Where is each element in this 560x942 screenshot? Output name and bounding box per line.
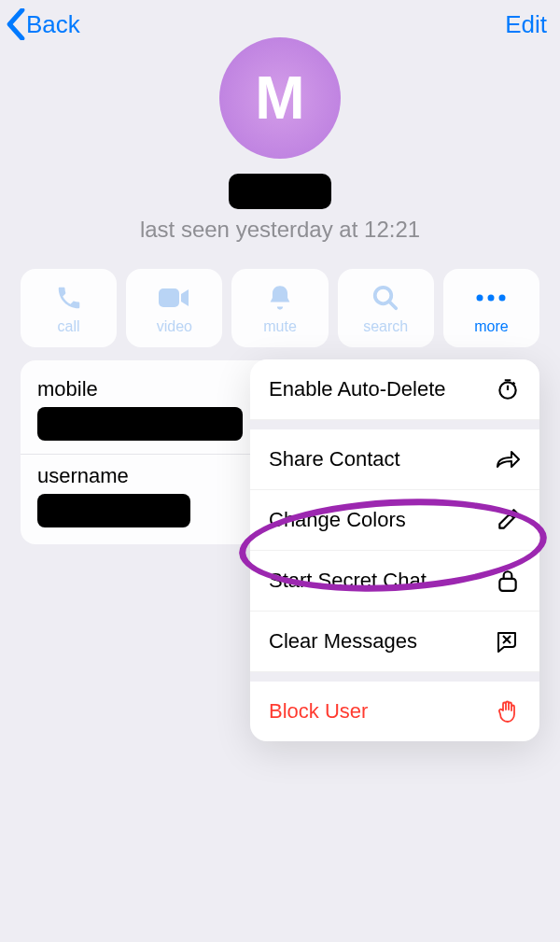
phone-icon: [55, 281, 83, 315]
more-icon: [474, 281, 508, 315]
avatar-initial: M: [255, 63, 304, 133]
share-icon: [495, 446, 521, 472]
svg-rect-10: [499, 579, 515, 591]
action-row: call video mute search more: [0, 243, 560, 360]
edit-label: Edit: [505, 10, 547, 38]
more-menu: Enable Auto-Delete Share Contact Change …: [250, 359, 539, 741]
chevron-left-icon: [6, 8, 26, 40]
menu-separator: [250, 672, 539, 682]
menu-auto-delete-label: Enable Auto-Delete: [269, 377, 446, 401]
menu-start-secret-chat[interactable]: Start Secret Chat: [250, 551, 539, 612]
contact-name-redacted: [229, 174, 331, 209]
bell-icon: [267, 281, 293, 315]
svg-point-5: [499, 295, 506, 302]
mute-label: mute: [263, 318, 297, 335]
menu-change-colors[interactable]: Change Colors: [250, 490, 539, 551]
menu-colors-label: Change Colors: [269, 508, 406, 532]
clear-chat-icon: [495, 628, 521, 654]
menu-block-user[interactable]: Block User: [250, 682, 539, 741]
menu-clear-label: Clear Messages: [269, 629, 417, 654]
video-button[interactable]: video: [126, 269, 222, 347]
search-icon: [371, 281, 399, 315]
edit-button[interactable]: Edit: [505, 10, 547, 39]
video-icon: [159, 281, 190, 315]
menu-separator: [250, 420, 539, 429]
back-button[interactable]: Back: [6, 8, 80, 40]
timer-icon: [495, 376, 521, 402]
menu-share-contact[interactable]: Share Contact: [250, 429, 539, 490]
more-button[interactable]: more: [443, 269, 539, 347]
search-button[interactable]: search: [338, 269, 434, 347]
mobile-value-redacted: [37, 407, 243, 441]
menu-secret-label: Start Secret Chat: [269, 569, 427, 593]
svg-line-2: [389, 302, 397, 309]
mute-button[interactable]: mute: [231, 269, 328, 347]
more-label: more: [474, 318, 508, 335]
video-label: video: [157, 318, 192, 335]
last-seen-status: last seen yesterday at 12:21: [0, 217, 560, 243]
back-label: Back: [26, 10, 80, 39]
svg-point-4: [488, 295, 495, 302]
avatar[interactable]: M: [219, 37, 341, 159]
brush-icon: [495, 507, 521, 533]
lock-icon: [495, 568, 521, 594]
menu-share-label: Share Contact: [269, 447, 400, 471]
menu-enable-auto-delete[interactable]: Enable Auto-Delete: [250, 359, 539, 420]
hand-icon: [495, 698, 521, 724]
menu-clear-messages[interactable]: Clear Messages: [250, 612, 539, 672]
svg-line-9: [512, 382, 514, 384]
search-label: search: [363, 318, 408, 335]
username-value-redacted: [37, 494, 190, 527]
svg-rect-0: [159, 288, 179, 307]
menu-block-label: Block User: [269, 699, 368, 724]
call-label: call: [58, 318, 80, 335]
svg-point-3: [477, 295, 483, 302]
call-button[interactable]: call: [21, 269, 117, 347]
